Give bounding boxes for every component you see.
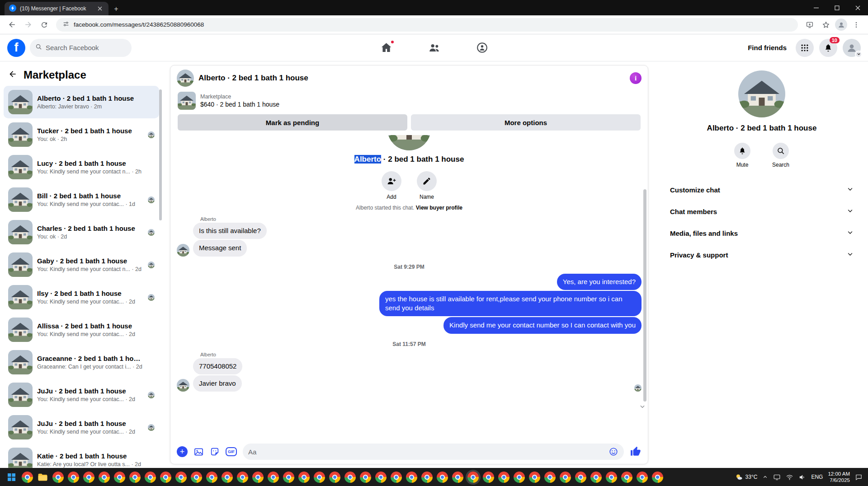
gif-icon[interactable]: GIF (226, 447, 237, 456)
taskbar-app-icon[interactable] (437, 472, 448, 483)
start-button-icon[interactable] (3, 468, 20, 486)
conversation-item[interactable]: JuJu · 2 bed 1 bath 1 house You: Kindly … (4, 411, 159, 444)
weather-widget[interactable]: 33°C (735, 473, 758, 481)
groups-tab-icon[interactable] (474, 40, 490, 56)
home-tab-icon[interactable] (378, 40, 394, 56)
taskbar-app-icon[interactable] (544, 472, 556, 483)
panel-section-privacy-support[interactable]: Privacy & support (665, 244, 859, 266)
taskbar-app-icon[interactable] (83, 472, 94, 483)
panel-section-customize-chat[interactable]: Customize chat (665, 179, 859, 201)
taskbar-app-icon[interactable] (68, 472, 79, 483)
back-icon[interactable] (5, 18, 19, 32)
taskbar-app-icon[interactable] (37, 472, 48, 483)
view-buyer-profile-link[interactable]: View buyer profile (416, 205, 462, 211)
conversation-item[interactable]: Charles · 2 bed 1 bath 1 house You: ok ·… (4, 216, 159, 248)
bookmark-star-icon[interactable] (819, 18, 833, 32)
taskbar-app-icon[interactable] (483, 472, 494, 483)
mute-button[interactable]: Mute (734, 143, 750, 168)
conversation-item[interactable]: Gaby · 2 bed 1 bath 1 house You: Kindly … (4, 248, 159, 281)
taskbar-app-icon[interactable] (329, 472, 340, 483)
browser-profile-avatar[interactable] (835, 19, 847, 31)
more-options-button[interactable]: More options (411, 114, 641, 131)
display-icon[interactable] (773, 473, 781, 481)
profile-avatar[interactable] (843, 39, 861, 57)
message-bubble[interactable]: 7705408052 (193, 358, 242, 374)
taskbar-app-icon[interactable] (52, 472, 64, 483)
forward-icon[interactable] (21, 18, 35, 32)
taskbar-app-icon[interactable] (206, 472, 217, 483)
taskbar-app-icon[interactable] (421, 472, 433, 483)
taskbar-app-icon[interactable] (621, 472, 632, 483)
hidden-icons-chevron[interactable] (762, 474, 768, 480)
taskbar-app-icon[interactable] (283, 472, 294, 483)
conversation-item[interactable]: Alberto · 2 bed 1 bath 1 house Alberto: … (4, 86, 159, 118)
find-friends-button[interactable]: Find friends (744, 41, 790, 54)
taskbar-app-icon[interactable] (514, 472, 525, 483)
conversation-item[interactable]: Tucker · 2 bed 1 bath 1 house You: ok · … (4, 118, 159, 151)
taskbar-app-icon[interactable] (237, 472, 248, 483)
message-bubble[interactable]: Yes, are you interested? (557, 274, 642, 290)
chat-avatar[interactable] (177, 70, 194, 87)
taskbar-app-icon[interactable] (452, 472, 463, 483)
edit-name-button[interactable]: Name (417, 171, 437, 200)
taskbar-app-icon[interactable] (145, 472, 156, 483)
search-chat-button[interactable]: Search (772, 143, 789, 168)
taskbar-app-icon[interactable] (606, 472, 617, 483)
taskbar-app-icon[interactable] (375, 472, 387, 483)
new-tab-button[interactable]: + (112, 5, 120, 13)
mark-as-pending-button[interactable]: Mark as pending (178, 114, 407, 131)
photo-icon[interactable] (193, 447, 204, 457)
notification-center-icon[interactable] (855, 473, 863, 481)
chat-scrollbar[interactable] (643, 189, 646, 402)
conversation-item[interactable]: Allissa · 2 bed 1 bath 1 house You: Kind… (4, 313, 159, 346)
apps-grid-icon[interactable] (796, 39, 814, 57)
conversation-item[interactable]: Lucy · 2 bed 1 bath 1 house You: Kindly … (4, 151, 159, 183)
taskbar-app-icon[interactable] (298, 472, 310, 483)
tab-close-icon[interactable] (96, 5, 104, 13)
taskbar-app-icon[interactable] (191, 472, 202, 483)
window-minimize-button[interactable] (806, 0, 826, 15)
taskbar-app-icon[interactable] (467, 472, 479, 483)
taskbar-app-icon[interactable] (652, 472, 663, 483)
friends-tab-icon[interactable] (426, 40, 442, 56)
search-input[interactable] (46, 44, 123, 51)
taskbar-app-icon[interactable] (560, 472, 571, 483)
message-bubble[interactable]: Kindly send me your contact number so I … (443, 317, 642, 333)
address-bar[interactable]: facebook.com/messages/t/2438625088096006… (56, 18, 798, 32)
browser-tab[interactable]: (10) Messenger | Facebook (5, 2, 108, 15)
taskbar-app-icon[interactable] (268, 472, 279, 483)
taskbar-app-icon[interactable] (498, 472, 509, 483)
taskbar-app-icon[interactable] (175, 472, 187, 483)
conversation-info-icon[interactable] (630, 72, 642, 84)
like-thumb-icon[interactable] (630, 446, 642, 458)
taskbar-app-icon[interactable] (160, 472, 171, 483)
taskbar-app-icon[interactable] (529, 472, 540, 483)
message-bubble[interactable]: yes the house is still available for ren… (379, 291, 642, 317)
taskbar-app-icon[interactable] (575, 472, 586, 483)
browser-menu-icon[interactable] (849, 18, 863, 32)
panel-section-media-files-and-links[interactable]: Media, files and links (665, 222, 859, 244)
taskbar-app-icon[interactable] (391, 472, 402, 483)
speaker-icon[interactable] (798, 473, 806, 481)
taskbar-app-icon[interactable] (114, 472, 125, 483)
taskbar-app-icon[interactable] (344, 472, 356, 483)
taskbar-app-icon[interactable] (590, 472, 602, 483)
scroll-down-icon[interactable] (639, 403, 646, 411)
wifi-icon[interactable] (786, 473, 793, 481)
reload-icon[interactable] (37, 18, 52, 32)
taskbar-app-icon[interactable] (637, 472, 648, 483)
facebook-logo[interactable]: f (7, 39, 25, 57)
install-app-icon[interactable] (802, 18, 817, 32)
back-arrow-icon[interactable] (8, 70, 17, 80)
conversation-item[interactable]: JuJu · 2 bed 1 bath 1 house You: Kindly … (4, 379, 159, 411)
taskbar-app-icon[interactable] (406, 472, 417, 483)
window-maximize-button[interactable] (826, 0, 847, 15)
message-bubble[interactable]: Javier bravo (193, 375, 242, 392)
message-input-wrap[interactable] (243, 444, 624, 460)
message-bubble[interactable]: Message sent (193, 240, 247, 256)
taskbar-app-icon[interactable] (222, 472, 233, 483)
notifications-bell-icon[interactable]: 10 (819, 39, 837, 57)
taskbar-clock[interactable]: 12:00 AM 7/6/2025 (828, 471, 850, 484)
sticker-icon[interactable] (210, 447, 220, 457)
taskbar-app-icon[interactable] (360, 472, 371, 483)
